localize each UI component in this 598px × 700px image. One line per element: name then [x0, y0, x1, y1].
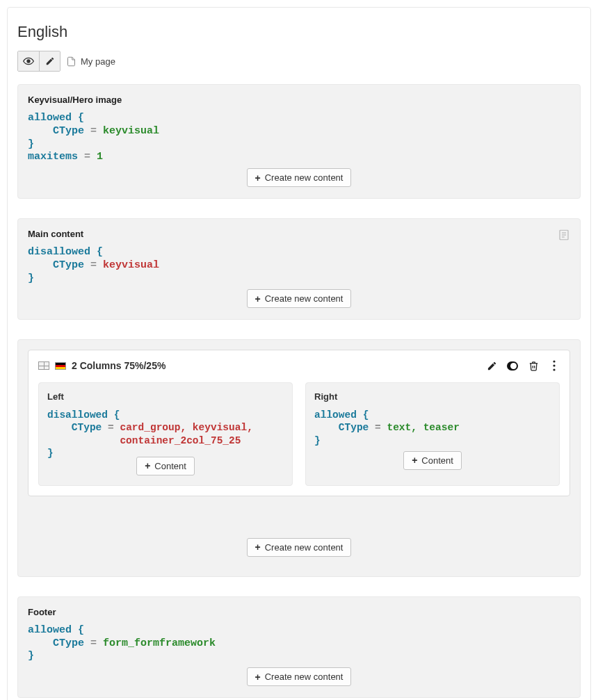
- page-icon: [66, 56, 76, 67]
- eye-icon: [23, 56, 34, 67]
- view-button[interactable]: [18, 51, 39, 71]
- column-footer: Footer allowed { CType = form_formframew…: [17, 596, 581, 698]
- column-right: Right allowed { CType = text, teaser } +…: [305, 382, 560, 486]
- container-type-icon: [38, 361, 49, 370]
- page-link[interactable]: My page: [66, 56, 115, 67]
- column-title: Left: [47, 391, 284, 402]
- button-label: Create new content: [265, 293, 344, 304]
- column-title: Right: [314, 391, 551, 402]
- container-columns: Left disallowed { CType = card_group, ke…: [38, 382, 560, 486]
- button-label: Content: [421, 455, 453, 466]
- plus-icon: +: [255, 542, 261, 552]
- edit-element-button[interactable]: [486, 360, 497, 371]
- more-actions-button[interactable]: [549, 360, 560, 371]
- create-new-content-button[interactable]: + Create new content: [247, 538, 352, 557]
- plus-icon: +: [145, 461, 150, 471]
- plus-icon: +: [255, 672, 261, 682]
- column-container: 2 Columns 75%/25%: [17, 339, 581, 577]
- svg-point-0: [27, 60, 30, 63]
- create-new-content-button[interactable]: + Create new content: [247, 667, 352, 686]
- toggle-pill-icon: [507, 361, 518, 371]
- plus-icon: +: [412, 455, 417, 465]
- button-label: Create new content: [265, 671, 344, 682]
- notes-icon[interactable]: [558, 229, 570, 241]
- config-code: disallowed { CType = keyvisual }: [28, 246, 570, 285]
- config-code: allowed { CType = form_formframework }: [28, 624, 570, 663]
- plus-icon: +: [255, 173, 261, 183]
- svg-point-5: [553, 361, 555, 363]
- visibility-toggle[interactable]: [507, 360, 518, 371]
- column-hero: Keyvisual/Hero image allowed { CType = k…: [17, 84, 581, 199]
- button-label: Content: [154, 461, 186, 471]
- page-toolbar: My page: [17, 51, 581, 72]
- pencil-icon: [45, 56, 55, 66]
- language-title: English: [17, 23, 581, 41]
- column-main: Main content disallowed { CType = keyvis…: [17, 218, 581, 320]
- button-label: Create new content: [265, 172, 344, 183]
- config-code: allowed { CType = keyvisual } maxitems =…: [28, 112, 570, 164]
- edit-button[interactable]: [39, 51, 60, 71]
- content-element-header: 2 Columns 75%/25%: [38, 360, 560, 371]
- column-title: Footer: [28, 607, 570, 617]
- page-name: My page: [81, 56, 115, 67]
- create-content-button[interactable]: + Content: [136, 457, 195, 475]
- page-module-column: English: [7, 7, 591, 700]
- delete-button[interactable]: [528, 360, 539, 371]
- create-new-content-button[interactable]: + Create new content: [247, 289, 352, 308]
- flag-de-icon: [55, 362, 66, 370]
- column-title: Main content: [28, 229, 83, 239]
- svg-point-6: [553, 365, 555, 367]
- content-element-card: 2 Columns 75%/25%: [28, 350, 570, 496]
- column-left: Left disallowed { CType = card_group, ke…: [38, 382, 293, 486]
- create-new-content-button[interactable]: + Create new content: [247, 168, 352, 187]
- plus-icon: +: [255, 294, 261, 304]
- config-code: disallowed { CType = card_group, keyvisu…: [47, 409, 284, 459]
- view-edit-toggle: [17, 51, 60, 72]
- svg-point-7: [553, 369, 555, 371]
- create-content-button[interactable]: + Content: [403, 451, 462, 470]
- config-code: allowed { CType = text, teaser }: [314, 409, 551, 446]
- column-title: Keyvisual/Hero image: [28, 95, 570, 105]
- button-label: Create new content: [265, 542, 344, 553]
- content-element-label: 2 Columns 75%/25%: [72, 360, 165, 371]
